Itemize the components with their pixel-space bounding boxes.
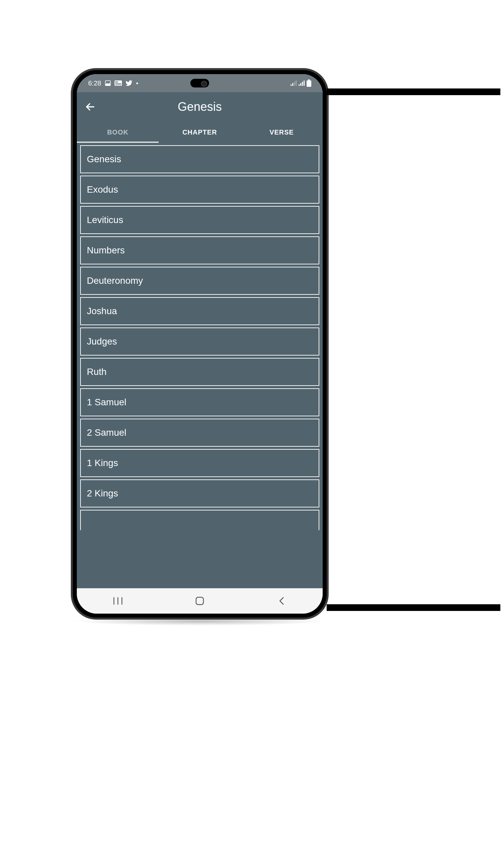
svg-rect-7 [294,82,295,86]
book-name: Joshua [87,306,117,316]
tab-label: CHAPTER [182,129,217,136]
svg-rect-10 [300,83,301,86]
book-name [87,519,89,529]
svg-rect-12 [303,80,305,86]
tabs: BOOK CHAPTER VERSE [77,121,323,143]
system-navbar [77,588,323,614]
book-name: Judges [87,336,117,347]
twitter-icon [125,79,132,87]
news-icon [115,80,122,86]
svg-rect-6 [292,83,293,86]
book-name: Leviticus [87,215,123,225]
phone-frame: 6:28 ● [73,70,327,618]
list-item[interactable]: 2 Kings [80,479,319,508]
nav-back-button[interactable] [265,593,298,609]
svg-rect-14 [307,80,311,87]
svg-rect-4 [115,85,121,85]
list-item[interactable]: Deuteronomy [80,267,319,295]
list-item[interactable]: Exodus [80,176,319,204]
phone-screen: 6:28 ● [77,74,323,614]
book-list[interactable]: Genesis Exodus Leviticus Numbers Deutero… [77,143,323,588]
book-name: Numbers [87,245,125,256]
signal-icon [299,80,305,86]
tab-verse[interactable]: VERSE [241,121,323,143]
list-item[interactable] [80,510,319,530]
image-icon [105,80,111,86]
svg-rect-2 [115,82,118,83]
page-title: Genesis [77,100,323,114]
phone-connector-bottom [327,604,500,611]
list-item[interactable]: 1 Samuel [80,388,319,416]
book-name: 2 Kings [87,488,118,498]
list-item[interactable]: Judges [80,327,319,356]
book-name: 1 Kings [87,458,118,468]
app-header: Genesis [77,92,323,121]
phone-connector [327,88,500,95]
status-time: 6:28 [88,79,101,87]
signal-weak-icon [290,80,297,86]
svg-rect-3 [115,83,121,84]
svg-rect-5 [290,85,291,86]
back-arrow-icon [85,101,96,112]
tab-label: BOOK [107,129,129,136]
back-button[interactable] [83,99,97,114]
phone-shadow [73,617,327,626]
book-name: Ruth [87,367,107,377]
list-item[interactable]: Genesis [80,145,319,173]
svg-rect-9 [299,85,300,86]
book-name: Deuteronomy [87,275,143,286]
list-item[interactable]: Ruth [80,358,319,386]
svg-rect-8 [296,80,297,86]
book-name: 2 Samuel [87,427,126,438]
home-button[interactable] [183,593,216,609]
tab-chapter[interactable]: CHAPTER [159,121,241,143]
statusbar-left: 6:28 ● [88,79,138,87]
chevron-left-icon [279,596,285,606]
camera-notch [190,79,209,87]
book-name: 1 Samuel [87,397,126,407]
tab-label: VERSE [269,129,294,136]
home-icon [195,597,204,605]
list-item[interactable]: Leviticus [80,206,319,234]
list-item[interactable]: 1 Kings [80,449,319,477]
statusbar-right [290,79,311,87]
recents-button[interactable] [101,593,135,609]
statusbar: 6:28 ● [77,74,323,92]
tab-book[interactable]: BOOK [77,121,159,143]
book-name: Genesis [87,154,121,164]
list-item[interactable]: 2 Samuel [80,419,319,447]
battery-icon [307,79,311,87]
recents-icon [113,597,122,605]
book-name: Exodus [87,184,118,195]
svg-rect-11 [302,82,303,86]
list-item[interactable]: Joshua [80,297,319,325]
list-item[interactable]: Numbers [80,236,319,264]
dot-icon: ● [136,81,138,86]
svg-rect-19 [196,597,203,605]
svg-rect-13 [308,79,310,80]
